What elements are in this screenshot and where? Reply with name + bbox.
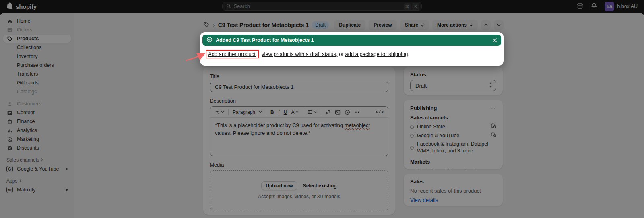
check-circle-icon bbox=[206, 37, 213, 44]
view-draft-products-link[interactable]: view products with a draft status, bbox=[262, 51, 338, 57]
add-another-product-link[interactable]: Add another product, bbox=[208, 51, 257, 57]
add-package-link[interactable]: add a package for shipping bbox=[345, 51, 408, 57]
toast-links: Add another product, view products with … bbox=[202, 46, 501, 63]
toast-header: Added C9 Test Product for Metaobjects 1 bbox=[202, 35, 501, 46]
annotation-arrow bbox=[184, 49, 208, 62]
annotation-highlight-box: Add another product, bbox=[206, 50, 259, 58]
close-icon[interactable] bbox=[492, 38, 497, 43]
toast-message: Added C9 Test Product for Metaobjects 1 bbox=[216, 37, 314, 43]
success-toast: Added C9 Test Product for Metaobjects 1 … bbox=[200, 32, 504, 66]
